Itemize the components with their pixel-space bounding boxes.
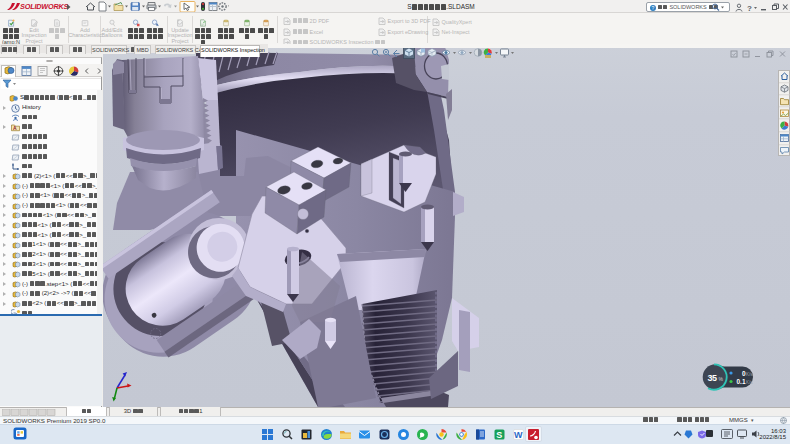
- svg-text:K/s: K/s: [746, 380, 753, 385]
- svg-text:?: ?: [747, 4, 752, 13]
- svg-text:K/s: K/s: [746, 372, 753, 377]
- svg-text:W: W: [514, 430, 523, 440]
- svg-text:35: 35: [708, 373, 718, 383]
- svg-text:A: A: [13, 125, 17, 131]
- svg-text:%: %: [719, 376, 724, 382]
- svg-text:0.1: 0.1: [737, 378, 746, 385]
- svg-text:S: S: [496, 430, 502, 440]
- svg-text:SOLIDWORKS: SOLIDWORKS: [20, 2, 69, 11]
